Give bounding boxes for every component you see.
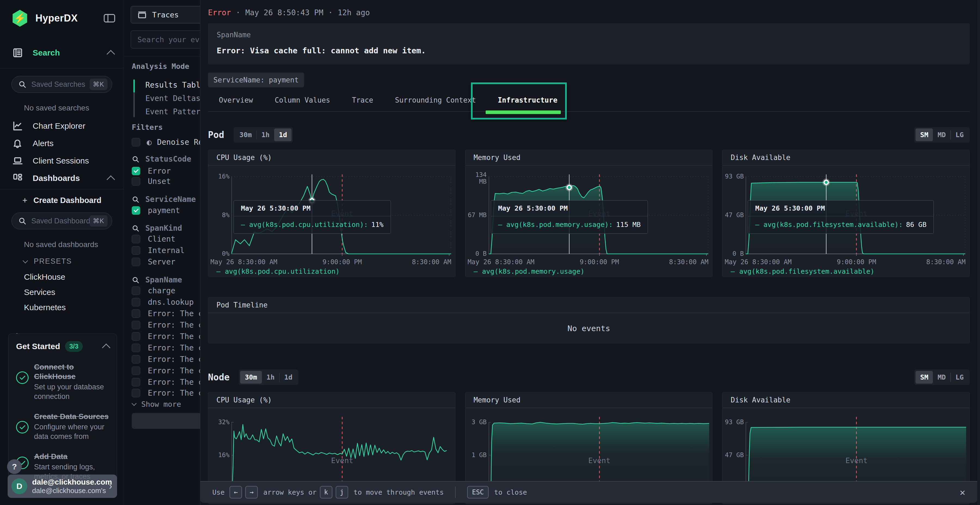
preset-services[interactable]: Services	[24, 284, 124, 300]
tab-column-values[interactable]: Column Values	[275, 96, 330, 104]
chart-legend[interactable]: —avg(k8s.pod.filesystem.available)	[731, 267, 874, 275]
chart-legend[interactable]: —avg(k8s.pod.memory.usage)	[474, 267, 584, 275]
checkbox-icon[interactable]	[132, 344, 140, 352]
chart-title: CPU Usage (%)	[208, 150, 455, 166]
presets-toggle[interactable]: PRESETS	[24, 257, 124, 265]
filter-option-error-span[interactable]: Error: The cr	[132, 321, 207, 329]
denoise-toggle[interactable]: ◐ Denoise Re	[132, 137, 203, 147]
chevron-up-icon[interactable]	[107, 175, 115, 184]
service-name-tag[interactable]: ServiceName: payment	[208, 73, 304, 87]
arrow-right-key[interactable]: →	[245, 486, 258, 499]
pod-size-lg[interactable]: LG	[951, 129, 968, 141]
checkbox-icon[interactable]	[132, 355, 140, 364]
checkbox-icon[interactable]	[132, 138, 140, 146]
node-range-1d[interactable]: 1d	[280, 371, 297, 384]
search-icon[interactable]	[132, 276, 139, 284]
filter-option-client[interactable]: Client	[132, 235, 175, 243]
checkbox-icon[interactable]	[132, 389, 140, 397]
filter-option-unset[interactable]: Unset	[132, 177, 171, 186]
checkbox-icon[interactable]	[132, 177, 140, 186]
k-key[interactable]: k	[320, 486, 332, 499]
preset-kubernetes[interactable]: Kubernetes	[24, 300, 124, 315]
search-icon[interactable]	[132, 224, 139, 232]
chevron-up-icon[interactable]	[107, 50, 115, 58]
show-more-button[interactable]: Show more	[132, 400, 181, 408]
pod-memory-chart-card: Memory Used 134 MB 67 MB 0 B	[465, 150, 713, 277]
get-started-step[interactable]: Create Data Sources Configure where your…	[16, 412, 109, 441]
filter-option-charge[interactable]: charge	[132, 286, 175, 295]
tab-surrounding-context[interactable]: Surrounding Context	[395, 96, 476, 104]
j-key[interactable]: j	[336, 486, 348, 499]
preset-clickhouse[interactable]: ClickHouse	[24, 269, 124, 284]
checkbox-icon[interactable]	[132, 321, 140, 329]
filter-option-payment[interactable]: payment	[132, 206, 180, 215]
saved-searches-input[interactable]: ⌘K	[11, 76, 112, 93]
filter-option-error-span[interactable]: Error: The cr	[132, 378, 207, 387]
pod-cpu-plot[interactable]: Event May 26 5:30:00 PM — avg(k8s.pod.cp…	[231, 175, 452, 256]
tab-infrastructure[interactable]: Infrastructure	[498, 96, 557, 104]
chart-title: Memory Used	[466, 150, 713, 166]
arrow-left-key[interactable]: ←	[229, 486, 242, 499]
chevron-up-icon[interactable]	[102, 343, 110, 352]
user-menu[interactable]: D dale@clickhouse.com dale@clickhouse.co…	[8, 475, 117, 498]
filter-option-error-span[interactable]: Error: The cr	[132, 332, 207, 341]
pod-range-1h[interactable]: 1h	[257, 129, 274, 141]
search-icon[interactable]	[132, 195, 139, 203]
checkbox-icon[interactable]	[132, 206, 140, 215]
checkbox-icon[interactable]	[132, 286, 140, 295]
checkbox-icon[interactable]	[132, 246, 140, 255]
pod-timeline-empty: No events	[208, 314, 969, 343]
get-started-step[interactable]: Connect to ClickHouse Set up your databa…	[16, 362, 109, 401]
pod-disk-plot[interactable]: Event May 26 5:30:00 PM — avg(k8s.pod.fi…	[746, 175, 966, 256]
node-size-sm[interactable]: SM	[915, 371, 933, 384]
filter-option-error-span[interactable]: Error: The cr	[132, 366, 207, 375]
step-title: Connect to ClickHouse	[34, 362, 94, 381]
checkbox-icon[interactable]	[132, 167, 140, 175]
sidebar-item-search[interactable]: Search	[0, 44, 124, 62]
node-size-md[interactable]: MD	[933, 371, 950, 384]
pod-range-30m[interactable]: 30m	[235, 129, 256, 141]
saved-searches-field[interactable]	[31, 80, 89, 89]
sidebar-item-chart-explorer[interactable]: Chart Explorer	[0, 117, 124, 135]
tab-trace[interactable]: Trace	[352, 96, 373, 104]
checkbox-icon[interactable]	[132, 378, 140, 386]
chart-legend[interactable]: —avg(k8s.pod.cpu.utilization)	[216, 267, 340, 275]
filter-option-error-span[interactable]: Error: The cr	[132, 343, 207, 353]
sidebar-item-dashboards[interactable]: Dashboards	[0, 170, 124, 187]
checkbox-icon[interactable]	[132, 298, 140, 306]
saved-dashboards-input[interactable]: ⌘K	[11, 213, 112, 229]
filter-option-error[interactable]: Error	[132, 167, 171, 176]
filter-option-error-span[interactable]: Error: The cr	[132, 355, 207, 364]
tab-overview[interactable]: Overview	[219, 96, 253, 104]
checkbox-icon[interactable]	[132, 332, 140, 341]
node-range-30m[interactable]: 30m	[240, 371, 262, 384]
node-range-1h[interactable]: 1h	[262, 371, 279, 384]
scrollbar[interactable]	[977, 0, 980, 505]
analysis-mode-label: Analysis Mode	[132, 62, 189, 70]
node-size-lg[interactable]: LG	[951, 371, 968, 384]
checkbox-icon[interactable]	[132, 310, 140, 318]
sidebar-item-client-sessions[interactable]: Client Sessions	[0, 152, 124, 170]
pod-range-1d[interactable]: 1d	[274, 129, 291, 141]
pod-memory-plot[interactable]: Event May 26 5:30:00 PM — avg(k8s.pod.me…	[488, 175, 709, 256]
close-icon[interactable]: ✕	[960, 487, 965, 498]
get-started-title: Get Started	[16, 342, 60, 351]
filter-option-server[interactable]: Server	[132, 257, 175, 266]
search-icon[interactable]	[132, 156, 139, 163]
sidebar-collapse-icon[interactable]	[103, 13, 115, 24]
pod-size-sm[interactable]: SM	[915, 129, 933, 141]
esc-key[interactable]: ESC	[467, 486, 488, 499]
create-dashboard-button[interactable]: + Create Dashboard	[22, 195, 124, 205]
pod-charts-row: CPU Usage (%) 16% 8% 0%	[208, 150, 970, 277]
sidebar-item-alerts[interactable]: Alerts	[0, 135, 124, 152]
filter-option-error-span[interactable]: Error: The cr	[132, 309, 207, 318]
filter-option-internal[interactable]: Internal	[132, 246, 185, 255]
help-button[interactable]: ?	[7, 459, 22, 474]
filter-option-dns-lookup[interactable]: dns.lookup	[132, 298, 194, 306]
filter-option-error-span[interactable]: Error: The cr	[132, 389, 207, 397]
checkbox-icon[interactable]	[132, 258, 140, 266]
checkbox-icon[interactable]	[132, 235, 140, 243]
pod-size-md[interactable]: MD	[933, 129, 950, 141]
checkbox-icon[interactable]	[132, 367, 140, 375]
saved-dashboards-field[interactable]	[31, 217, 89, 225]
